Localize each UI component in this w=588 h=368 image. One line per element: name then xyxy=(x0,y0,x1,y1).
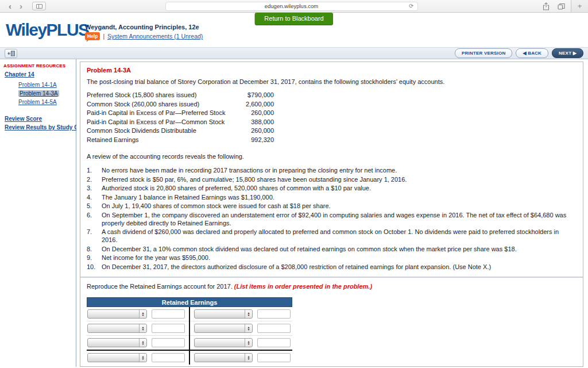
re-debit-account-select-4[interactable]: ▲▼ xyxy=(87,353,147,362)
list-item: 6.On September 1, the company discovered… xyxy=(87,211,577,227)
question-prompt: Reproduce the Retained Earnings account … xyxy=(87,283,577,290)
system-announcements-link[interactable]: System Announcements (1 Unread) xyxy=(107,33,203,40)
url-text: edugen.wileyplus.com xyxy=(265,3,318,9)
item-number: 2. xyxy=(87,175,102,183)
credit-side: ▲▼ xyxy=(189,309,292,319)
sidebar-title: ASSIGNMENT RESOURCES xyxy=(3,63,74,68)
reload-icon[interactable]: ⟳ xyxy=(409,3,413,9)
list-item: 9.Net income for the year was $595,000. xyxy=(87,254,577,262)
collapse-sidebar-button[interactable] xyxy=(5,49,17,58)
re-debit-amount-input-4[interactable] xyxy=(152,353,185,362)
re-debit-account-select-3[interactable]: ▲▼ xyxy=(87,338,147,347)
list-item: 5.On July 1, 19,400 shares of common sto… xyxy=(87,202,577,210)
table-row: Paid-in Capital in Excess of Par—Common … xyxy=(87,118,577,127)
back-button[interactable]: ◀ BACK xyxy=(516,48,548,58)
stepper-icon: ▲▼ xyxy=(139,310,146,318)
re-debit-account-select-1[interactable]: ▲▼ xyxy=(87,309,147,319)
collapse-sidebar-icon xyxy=(7,51,15,56)
list-item: 2.Preferred stock is $50 par, 6%, and cu… xyxy=(87,175,577,183)
problem-section: Problem 14-3A The post-closing trial bal… xyxy=(80,62,583,277)
re-credit-account-select-1[interactable]: ▲▼ xyxy=(194,309,253,319)
item-text: On July 1, 19,400 shares of common stock… xyxy=(102,202,577,210)
sidebar-item-problem-14-1a[interactable]: Problem 14-1A xyxy=(18,82,57,88)
item-number: 8. xyxy=(87,245,102,253)
return-to-blackboard-button[interactable]: Return to Blackboard xyxy=(254,13,333,25)
re-debit-amount-input-2[interactable] xyxy=(152,324,185,333)
account-amount: 388,000 xyxy=(241,118,274,127)
assignment-sidebar: ASSIGNMENT RESOURCES Chapter 14 Problem … xyxy=(0,59,76,367)
review-score-link[interactable]: Review Score xyxy=(5,116,42,122)
re-credit-amount-input-4[interactable] xyxy=(257,353,291,362)
table-row: Retained Earnings992,320 xyxy=(87,136,577,145)
new-tab-button[interactable]: + xyxy=(571,0,588,12)
debit-side: ▲▼ xyxy=(87,338,189,347)
table-row: Common Stock (260,000 shares issued)2,60… xyxy=(87,100,577,109)
item-number: 5. xyxy=(87,202,102,210)
content-area: ASSIGNMENT RESOURCES Chapter 14 Problem … xyxy=(0,59,588,367)
list-item: 3.Authorized stock is 20,800 shares of p… xyxy=(87,184,577,192)
address-bar-wrap: edugen.wileyplus.com ⟳ xyxy=(46,2,537,11)
browser-forward-icon[interactable]: › xyxy=(16,1,26,12)
account-name: Common Stock (260,000 shares issued) xyxy=(87,100,241,109)
taccount-body: ▲▼ ▲▼ ▲▼ xyxy=(87,307,292,365)
account-name: Common Stock Dividends Distributable xyxy=(87,126,241,136)
printer-version-button[interactable]: PRINTER VERSION xyxy=(455,48,512,58)
re-credit-account-select-3[interactable]: ▲▼ xyxy=(194,338,253,347)
item-number: 1. xyxy=(87,166,102,174)
item-text: The January 1 balance in Retained Earnin… xyxy=(102,193,577,201)
sidebar-toggle-button[interactable] xyxy=(32,2,46,10)
re-credit-amount-input-1[interactable] xyxy=(257,309,291,319)
chrome-right-icons xyxy=(537,2,571,10)
account-amount: 260,000 xyxy=(241,126,274,136)
facts-list: 1.No errors have been made in recording … xyxy=(87,166,577,271)
retained-earnings-taccount: Retained Earnings ▲▼ ▲▼ xyxy=(87,297,292,365)
item-number: 7. xyxy=(87,228,102,244)
item-text: Authorized stock is 20,800 shares of pre… xyxy=(102,184,577,192)
browser-back-icon[interactable]: ‹ xyxy=(5,1,16,12)
re-credit-account-select-2[interactable]: ▲▼ xyxy=(194,324,253,333)
sidebar-item-problem-14-3a[interactable]: Problem 14-3A xyxy=(18,90,59,97)
table-row: Common Stock Dividends Distributable260,… xyxy=(87,126,577,136)
share-icon[interactable] xyxy=(543,2,550,10)
wileyplus-app: ‹ › edugen.wileyplus.com ⟳ + Return to B… xyxy=(0,0,588,368)
re-credit-account-select-4[interactable]: ▲▼ xyxy=(194,353,253,362)
re-debit-amount-input-3[interactable] xyxy=(152,338,185,347)
account-amount: 260,000 xyxy=(241,109,274,118)
stepper-icon: ▲▼ xyxy=(245,324,252,332)
item-number: 9. xyxy=(87,254,102,262)
account-name: Paid-in Capital in Excess of Par—Preferr… xyxy=(87,109,241,118)
re-debit-amount-input-1[interactable] xyxy=(152,309,185,319)
trial-balance-table: Preferred Stock (15,800 shares issued)$7… xyxy=(87,91,577,144)
credit-side: ▲▼ xyxy=(189,353,292,362)
table-row: Preferred Stock (15,800 shares issued)$7… xyxy=(87,91,577,100)
item-number: 10. xyxy=(87,263,102,271)
list-item: 4.The January 1 balance in Retained Earn… xyxy=(87,193,577,201)
book-info: Weygandt, Accounting Principles, 12e Hel… xyxy=(85,24,203,40)
re-credit-amount-input-2[interactable] xyxy=(257,324,291,333)
sidebar-item-problem-14-5a[interactable]: Problem 14-5A xyxy=(18,99,57,105)
item-number: 4. xyxy=(87,193,102,201)
site-header: Return to Blackboard WileyPLUS Weygandt,… xyxy=(0,13,588,47)
taccount-divider-line xyxy=(189,307,190,365)
item-text: A cash dividend of $260,000 was declared… xyxy=(102,228,577,244)
tabs-icon[interactable] xyxy=(558,3,565,10)
credit-side: ▲▼ xyxy=(189,324,292,333)
debit-side: ▲▼ xyxy=(87,309,189,319)
item-text: Net income for the year was $595,000. xyxy=(102,254,577,262)
debit-side: ▲▼ xyxy=(87,324,189,333)
sidebar-chapter-link[interactable]: Chapter 14 xyxy=(5,71,34,78)
next-button[interactable]: NEXT ▶ xyxy=(552,48,583,58)
list-item: 7.A cash dividend of $260,000 was declar… xyxy=(87,228,577,244)
stepper-icon: ▲▼ xyxy=(245,354,252,362)
account-name: Retained Earnings xyxy=(87,136,241,145)
item-text: On December 31, 2017, the directors auth… xyxy=(102,263,577,271)
account-amount: 2,600,000 xyxy=(241,100,274,109)
re-credit-amount-input-3[interactable] xyxy=(257,338,291,347)
re-debit-account-select-2[interactable]: ▲▼ xyxy=(87,324,147,333)
address-bar[interactable]: edugen.wileyplus.com ⟳ xyxy=(165,2,418,11)
taccount-header: Retained Earnings xyxy=(87,297,292,307)
help-button[interactable]: Help xyxy=(85,32,100,40)
question-section: Reproduce the Retained Earnings account … xyxy=(80,278,583,368)
stepper-icon: ▲▼ xyxy=(245,339,252,347)
sidebar-pane-icon xyxy=(36,4,42,9)
